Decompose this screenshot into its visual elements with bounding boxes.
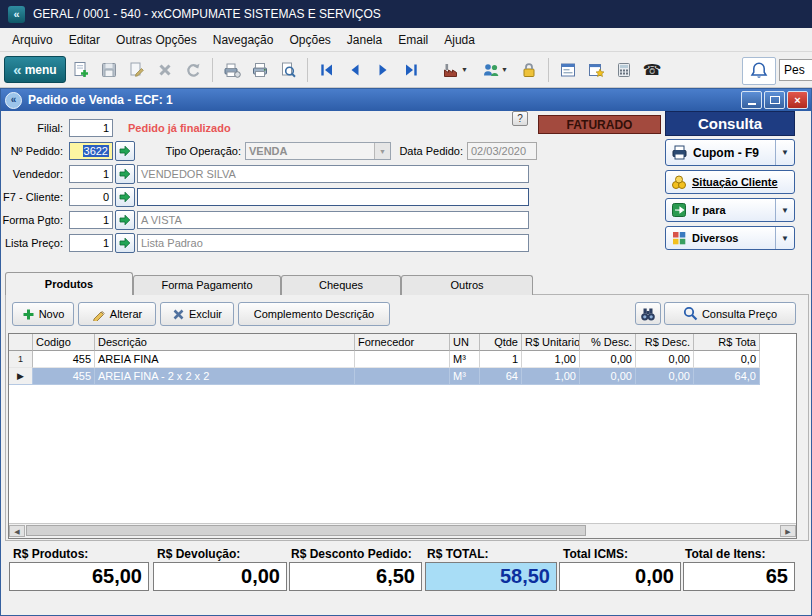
ir-para-button[interactable]: Ir para ▼ (665, 198, 795, 222)
cell-qtde: 64 (480, 368, 522, 385)
menu-button[interactable]: « menu (4, 56, 66, 83)
situacao-cliente-button[interactable]: Situação Cliente (665, 170, 795, 194)
phone-icon: ☎ (643, 62, 662, 78)
lista-preco-go-button[interactable] (115, 233, 135, 253)
pedido-go-button[interactable] (115, 141, 135, 161)
vendedor-code-field[interactable]: 1 (69, 165, 113, 183)
coins-icon (671, 174, 687, 190)
vendedor-go-button[interactable] (115, 164, 135, 184)
favorites-button[interactable] (583, 57, 609, 83)
tab-forma-pagamento[interactable]: Forma Pagamento (133, 275, 281, 295)
green-arrow-icon (119, 237, 131, 249)
cliente-help-button[interactable]: ? (512, 111, 528, 126)
edit-button[interactable] (124, 57, 150, 83)
lista-preco-name-field: Lista Padrao (137, 234, 529, 252)
notifications-button[interactable] (742, 57, 776, 85)
save-button[interactable] (96, 57, 122, 83)
alterar-button[interactable]: Alterar (78, 302, 156, 326)
total-icms-value: 0,00 (559, 562, 681, 591)
column-header-rs-desc[interactable]: R$ Desc. (636, 334, 694, 351)
print-config-button[interactable] (219, 57, 245, 83)
scroll-left-button[interactable]: ◀ (9, 525, 25, 537)
column-header-fornecedor[interactable]: Fornecedor (355, 334, 450, 351)
search-input[interactable]: Pes (779, 59, 812, 81)
binoculars-icon (640, 306, 656, 322)
nav-next-button[interactable] (370, 57, 396, 83)
lista-preco-label: Lista Preço: (1, 234, 63, 252)
column-header-rs-total[interactable]: R$ Tota (694, 334, 760, 351)
delete-button[interactable] (152, 57, 178, 83)
window-form-button[interactable] (555, 57, 581, 83)
cliente-code-field[interactable]: 0 (69, 188, 113, 206)
minimize-button[interactable] (741, 91, 762, 109)
cliente-name-field[interactable] (137, 188, 529, 206)
diversos-button[interactable]: Diversos ▼ (665, 226, 795, 250)
calculator-button[interactable] (611, 57, 637, 83)
menu-opcoes[interactable]: Opções (281, 30, 338, 50)
tab-produtos[interactable]: Produtos (5, 272, 133, 295)
table-row[interactable]: 1 455 AREIA FINA M³ 1 1,00 0,00 0,00 0,0 (9, 351, 796, 368)
forma-pgto-name-field: A VISTA (137, 211, 529, 229)
table-row-selected[interactable]: ▶ 455 AREIA FINA - 2 x 2 x 2 M³ 64 1,00 … (9, 368, 796, 385)
menu-janela[interactable]: Janela (339, 30, 390, 50)
forma-pgto-go-button[interactable] (115, 210, 135, 230)
new-button[interactable] (68, 57, 94, 83)
company-icon (442, 61, 460, 79)
menu-outras-opcoes[interactable]: Outras Opções (108, 30, 205, 50)
tipo-operacao-select[interactable]: VENDA ▼ (245, 142, 391, 160)
complemento-descricao-button[interactable]: Complemento Descrição (238, 302, 390, 326)
close-button[interactable]: × (787, 91, 808, 109)
bell-icon (749, 61, 769, 81)
menu-navegacao[interactable]: Navegação (205, 30, 282, 50)
title-bar[interactable]: « GERAL / 0001 - 540 - xxCOMPUMATE SISTE… (0, 0, 812, 28)
main-toolbar: « menu (0, 52, 812, 88)
undo-button[interactable] (180, 57, 206, 83)
column-header-unitario[interactable]: R$ Unitario (522, 334, 580, 351)
novo-button[interactable]: Novo (12, 302, 74, 326)
maximize-button[interactable] (764, 91, 785, 109)
phone-button[interactable]: ☎ (639, 57, 665, 83)
horizontal-scrollbar[interactable]: ◀ ▶ (9, 523, 796, 538)
cell-perc-desc: 0,00 (580, 368, 636, 385)
nav-last-button[interactable] (398, 57, 424, 83)
cupom-button[interactable]: Cupom - F9 ▼ (665, 139, 795, 166)
consulta-preco-button[interactable]: Consulta Preço (664, 302, 796, 325)
lock-button[interactable] (516, 57, 542, 83)
dialog-body: Filial: 1 Pedido já finalizado FATURADO … (1, 111, 811, 615)
menu-email[interactable]: Email (390, 30, 436, 50)
scrollbar-thumb[interactable] (26, 525, 586, 536)
rs-produtos-label: R$ Produtos: (13, 547, 88, 561)
products-grid[interactable]: Codigo Descrição Fornecedor UN Qtde R$ U… (8, 333, 797, 539)
rs-total-value: 58,50 (425, 562, 557, 591)
print-preview-button[interactable] (275, 57, 301, 83)
toolbar-separator (307, 58, 308, 82)
forma-pgto-code-field[interactable]: 1 (69, 211, 113, 229)
menu-ajuda[interactable]: Ajuda (436, 30, 483, 50)
dialog-title-bar[interactable]: « Pedido de Venda - ECF: 1 × (1, 89, 811, 111)
excluir-button[interactable]: Excluir (160, 302, 234, 326)
lista-preco-code-field[interactable]: 1 (69, 234, 113, 252)
users-button[interactable]: ▼ (476, 57, 514, 83)
pedido-field[interactable]: 3622 (69, 142, 113, 160)
cell-un: M³ (450, 368, 480, 385)
tab-cheques[interactable]: Cheques (281, 275, 401, 295)
column-header-descricao[interactable]: Descrição (95, 334, 355, 351)
column-header-qtde[interactable]: Qtde (480, 334, 522, 351)
nav-first-button[interactable] (314, 57, 340, 83)
search-grid-button[interactable] (635, 302, 661, 325)
tab-outros[interactable]: Outros (401, 275, 533, 295)
filial-field[interactable]: 1 (69, 119, 113, 137)
chevron-down-icon: ▼ (775, 140, 789, 165)
column-header-perc-desc[interactable]: % Desc. (580, 334, 636, 351)
print-button[interactable] (247, 57, 273, 83)
company-button[interactable]: ▼ (436, 57, 474, 83)
scroll-right-button[interactable]: ▶ (780, 525, 796, 537)
cliente-go-button[interactable] (115, 187, 135, 207)
menu-editar[interactable]: Editar (61, 30, 108, 50)
column-header-codigo[interactable]: Codigo (33, 334, 95, 351)
column-header-un[interactable]: UN (450, 334, 480, 351)
menu-arquivo[interactable]: Arquivo (4, 30, 61, 50)
status-message: Pedido já finalizado (128, 119, 231, 137)
grid-corner (9, 334, 33, 351)
nav-prev-button[interactable] (342, 57, 368, 83)
